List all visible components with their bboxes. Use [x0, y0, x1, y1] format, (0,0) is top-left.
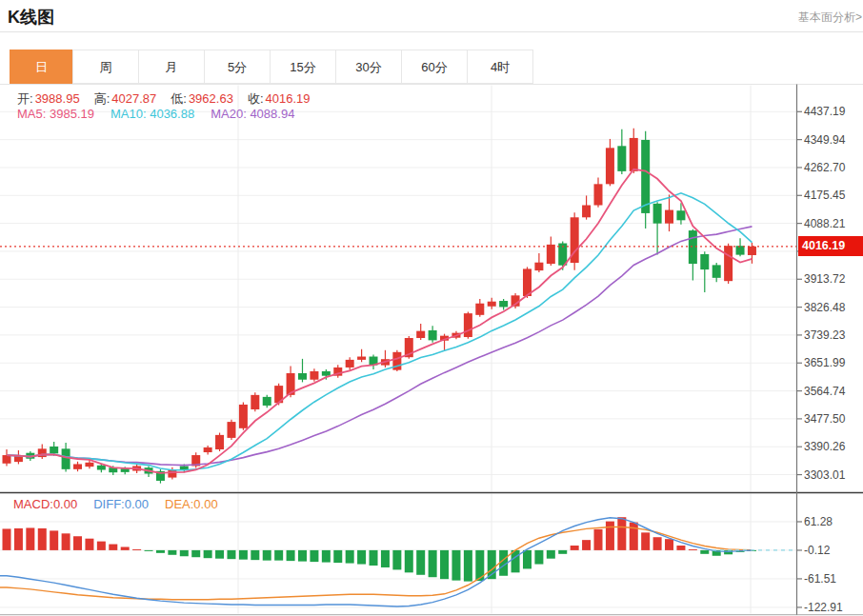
- ma10-value: MA10: 4036.88: [110, 107, 194, 121]
- macd-axis-label: -122.91: [804, 601, 843, 614]
- ma10-line: [7, 193, 752, 470]
- macd-axis-label: -0.12: [804, 544, 830, 557]
- price-axis-label: 3651.99: [804, 356, 845, 369]
- macd-value: MACD:0.00: [13, 497, 77, 511]
- current-price-tag: 4016.19: [798, 236, 863, 256]
- macd-legend: MACD:0.00 DIFF:0.00 DEA:0.00: [13, 497, 218, 511]
- diff-value: DIFF:0.00: [93, 497, 149, 511]
- high-value: 高:4027.87: [94, 90, 157, 108]
- price-axis-label: 3303.01: [804, 468, 845, 482]
- price-axis-label: 4175.45: [804, 189, 845, 202]
- open-value: 开:3988.95: [17, 90, 80, 108]
- dea-value: DEA:0.00: [165, 497, 218, 511]
- macd-layer: [0, 517, 797, 606]
- ma5-value: MA5: 3985.19: [17, 107, 94, 121]
- ma20-line: [7, 227, 752, 466]
- price-axis-label: 3826.48: [804, 301, 845, 314]
- ma5-line: [7, 169, 752, 473]
- price-axis-label: 4437.19: [804, 105, 845, 118]
- ma20-value: MA20: 4088.94: [211, 107, 294, 121]
- price-axis-label: 4088.21: [804, 217, 845, 230]
- close-value: 收:4016.19: [248, 90, 311, 108]
- price-axis-label: 3477.50: [804, 412, 845, 426]
- macd-axis-label: -61.51: [804, 572, 836, 586]
- price-axis-label: 4262.70: [804, 161, 845, 174]
- ma-legend: MA5: 3985.19 MA10: 4036.88 MA20: 4088.94: [17, 107, 294, 121]
- price-axis-label: 3390.26: [804, 440, 845, 453]
- low-value: 低:3962.63: [171, 90, 233, 108]
- price-axis-label: 4349.94: [804, 133, 845, 147]
- price-axis-label: 3564.74: [804, 385, 845, 398]
- grid-layer: [0, 86, 797, 614]
- ohlc-legend: 开:3988.95 高:4027.87 低:3962.63 收:4016.19: [17, 90, 311, 108]
- price-axis-label: 3913.72: [804, 272, 845, 286]
- candles-layer: [3, 129, 756, 484]
- price-axis-label: 3739.23: [804, 328, 845, 342]
- kline-widget: K线图 基本面分析> 日周月5分15分30分60分4时 开:3988.95 高:…: [0, 0, 863, 616]
- macd-axis-label: 61.28: [804, 515, 833, 528]
- frame-layer: [0, 85, 863, 615]
- ma-lines-layer: [7, 169, 752, 473]
